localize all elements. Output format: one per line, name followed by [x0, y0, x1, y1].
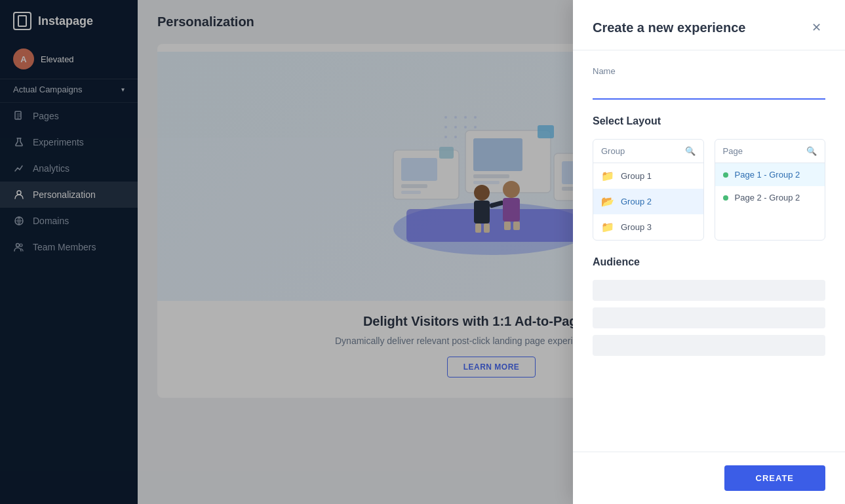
page-search-icon[interactable]: 🔍	[806, 146, 817, 156]
page-col-header: Page 🔍	[715, 140, 825, 163]
audience-skeleton-2	[593, 307, 825, 328]
close-button[interactable]: ✕	[807, 18, 825, 37]
group-search-icon[interactable]: 🔍	[685, 146, 696, 156]
audience-section: Audience	[593, 256, 825, 356]
group-column: Group 🔍 📁 Group 1 📂 Group 2	[593, 139, 704, 241]
modal-overlay: Create a new experience ✕ Name Select La…	[0, 0, 845, 504]
group-item-1[interactable]: 📁 Group 1	[593, 163, 703, 189]
page-status-dot-1	[723, 172, 728, 178]
group-label-3: Group 3	[621, 222, 652, 232]
layout-columns: Group 🔍 📁 Group 1 📂 Group 2	[593, 139, 825, 241]
group-label-2: Group 2	[621, 197, 652, 206]
group-item-2[interactable]: 📂 Group 2	[593, 189, 703, 214]
page-label-2: Page 2 - Group 2	[735, 193, 800, 203]
group-list: 📁 Group 1 📂 Group 2 📁 Group 3	[593, 163, 703, 240]
modal-panel: Create a new experience ✕ Name Select La…	[573, 0, 845, 504]
create-button[interactable]: CREATE	[724, 465, 825, 491]
select-layout-title: Select Layout	[593, 115, 825, 127]
modal-header: Create a new experience ✕	[573, 0, 845, 50]
folder-icon-2: 📂	[601, 195, 614, 208]
page-status-dot-2	[723, 195, 728, 201]
modal-footer: CREATE	[573, 452, 845, 504]
page-item-2[interactable]: Page 2 - Group 2	[715, 186, 825, 209]
audience-title: Audience	[593, 256, 825, 268]
modal-title: Create a new experience	[593, 20, 745, 35]
audience-skeleton-3	[593, 335, 825, 356]
page-item-1[interactable]: Page 1 - Group 2	[715, 163, 825, 186]
page-column: Page 🔍 Page 1 - Group 2 Page 2 - Group 2	[715, 139, 826, 241]
modal-body: Name Select Layout Group 🔍 📁 Group 1	[573, 50, 845, 452]
page-label-1: Page 1 - Group 2	[735, 170, 800, 180]
audience-skeleton-1	[593, 280, 825, 301]
group-col-header: Group 🔍	[593, 140, 703, 163]
name-label: Name	[593, 66, 825, 76]
page-list: Page 1 - Group 2 Page 2 - Group 2	[715, 163, 825, 209]
folder-icon-1: 📁	[601, 170, 614, 182]
folder-icon-3: 📁	[601, 221, 614, 233]
group-item-3[interactable]: 📁 Group 3	[593, 214, 703, 240]
group-label-1: Group 1	[621, 171, 652, 181]
group-col-label: Group	[601, 146, 680, 156]
name-field-group: Name	[593, 66, 825, 100]
page-col-label: Page	[723, 146, 802, 156]
name-input[interactable]	[593, 80, 825, 100]
